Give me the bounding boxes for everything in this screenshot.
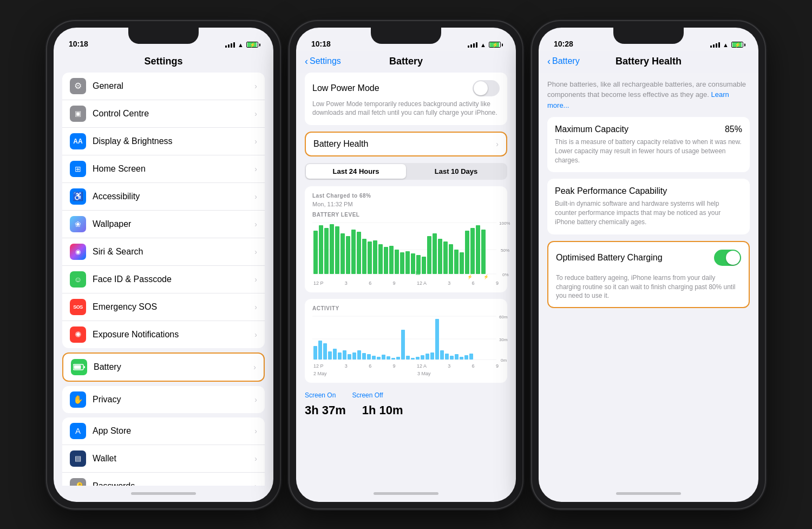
- low-power-toggle[interactable]: [473, 80, 500, 96]
- svg-rect-80: [469, 354, 473, 360]
- settings-item-control-centre[interactable]: ▣ Control Centre ›: [62, 100, 265, 128]
- settings-item-privacy[interactable]: ✋ Privacy ›: [62, 386, 265, 413]
- svg-rect-21: [395, 250, 399, 274]
- battery-chart-container: Last Charged to 68% Mon, 11:32 PM BATTER…: [305, 186, 507, 292]
- svg-rect-24: [411, 253, 415, 274]
- svg-text:⚡: ⚡: [467, 274, 473, 279]
- svg-rect-19: [384, 247, 388, 274]
- svg-rect-34: [454, 250, 459, 274]
- back-button-2[interactable]: ‹ Settings: [305, 56, 341, 67]
- wifi-icon-3: ▲: [723, 42, 729, 48]
- svg-rect-22: [400, 252, 404, 274]
- max-capacity-card: Maximum Capacity 85% This is a measure o…: [547, 117, 750, 172]
- svg-rect-7: [319, 225, 323, 274]
- status-icons-1: ▲ ⚡: [225, 42, 258, 48]
- segment-10d[interactable]: Last 10 Days: [406, 164, 506, 179]
- svg-rect-10: [335, 226, 339, 274]
- screen-on-value: 3h 37m: [305, 403, 346, 417]
- settings-group-app-store: A App Store › ▤ Wallet › 🔑 Passwords ›: [62, 417, 265, 486]
- signal-icon-3: [710, 42, 720, 48]
- status-icons-2: ▲ ⚡: [468, 42, 501, 48]
- nav-bar-3: ‹ Battery Battery Health: [539, 51, 758, 73]
- battery-health-row[interactable]: Battery Health ›: [306, 133, 506, 155]
- svg-rect-56: [352, 352, 356, 360]
- max-capacity-value: 85%: [725, 125, 742, 134]
- svg-rect-37: [470, 228, 475, 274]
- svg-rect-77: [455, 354, 459, 360]
- settings-item-accessibility[interactable]: ♿ Accessibility ›: [62, 183, 265, 211]
- battery-icon-2: ⚡: [489, 42, 501, 48]
- screen-on-label: Screen On: [305, 391, 336, 399]
- svg-rect-66: [401, 330, 405, 360]
- svg-rect-48: [313, 346, 317, 360]
- settings-item-emergency-sos[interactable]: SOS Emergency SOS ›: [62, 293, 265, 321]
- svg-rect-54: [343, 350, 346, 360]
- wifi-icon-1: ▲: [238, 42, 244, 48]
- home-indicator-3: [539, 486, 758, 502]
- emergency-sos-icon: SOS: [70, 299, 86, 315]
- display-icon: AA: [70, 133, 86, 149]
- low-power-label: Low Power Mode: [312, 83, 379, 93]
- optimised-charging-toggle[interactable]: [714, 250, 741, 266]
- optimised-charging-label: Optimised Battery Charging: [556, 253, 663, 263]
- settings-item-home-screen[interactable]: ⊞ Home Screen ›: [62, 155, 265, 183]
- low-power-card: Low Power Mode Low Power Mode temporaril…: [305, 73, 507, 126]
- screen-off-label: Screen Off: [352, 391, 383, 399]
- settings-item-wallpaper[interactable]: ❀ Wallpaper ›: [62, 211, 265, 238]
- battery-item-highlighted[interactable]: Battery ›: [62, 352, 265, 382]
- svg-rect-53: [338, 352, 342, 360]
- segment-24h[interactable]: Last 24 Hours: [306, 164, 406, 179]
- svg-rect-49: [318, 341, 322, 360]
- wifi-icon-2: ▲: [480, 42, 486, 48]
- max-capacity-row: Maximum Capacity 85%: [555, 125, 742, 134]
- settings-item-passwords[interactable]: 🔑 Passwords ›: [62, 473, 265, 486]
- settings-item-battery[interactable]: Battery ›: [63, 354, 264, 381]
- max-capacity-label: Maximum Capacity: [555, 125, 628, 134]
- home-screen-icon: ⊞: [70, 161, 86, 177]
- activity-chart: 60m 30m 0m: [312, 314, 513, 362]
- settings-item-display[interactable]: AA Display & Brightness ›: [62, 128, 265, 155]
- svg-rect-65: [396, 357, 400, 360]
- svg-text:60m: 60m: [499, 315, 508, 319]
- accessibility-label: Accessibility: [93, 192, 254, 201]
- settings-item-app-store[interactable]: A App Store ›: [62, 417, 265, 445]
- svg-text:100%: 100%: [499, 221, 510, 226]
- settings-item-face-id[interactable]: ☺ Face ID & Passcode ›: [62, 266, 265, 293]
- general-icon: ⚙: [70, 78, 86, 94]
- screen-indicators: Screen On Screen Off: [305, 389, 507, 401]
- privacy-icon: ✋: [70, 391, 86, 408]
- screen-time-section: Screen On Screen Off 3h 37m 1h 10m: [296, 389, 516, 424]
- svg-rect-39: [481, 230, 486, 274]
- wallet-icon: ▤: [70, 450, 86, 467]
- battery-health-label: Battery Health: [313, 139, 368, 149]
- svg-rect-72: [430, 352, 434, 360]
- max-capacity-description: This is a measure of battery capacity re…: [555, 138, 742, 165]
- svg-rect-61: [377, 357, 381, 360]
- settings-item-wallet[interactable]: ▤ Wallet ›: [62, 445, 265, 473]
- battery-health-row-highlighted[interactable]: Battery Health ›: [305, 132, 507, 156]
- back-button-3[interactable]: ‹ Battery: [547, 56, 580, 67]
- svg-rect-2: [74, 365, 81, 369]
- battery-health-title: Battery Health: [615, 56, 682, 67]
- battery-content: Low Power Mode Low Power Mode temporaril…: [296, 73, 516, 486]
- svg-rect-29: [427, 236, 431, 274]
- status-time-2: 10:18: [311, 40, 331, 48]
- settings-item-exposure[interactable]: ✺ Exposure Notifications ›: [62, 321, 265, 348]
- activity-title: ACTIVITY: [312, 305, 500, 311]
- settings-item-general[interactable]: ⚙ General ›: [62, 73, 265, 100]
- segment-control: Last 24 Hours Last 10 Days: [305, 163, 507, 180]
- svg-rect-51: [328, 351, 332, 360]
- phone-1: 10:18 ▲ ⚡ Settings ⚙: [47, 21, 280, 508]
- svg-rect-32: [443, 241, 448, 274]
- battery-icon-1: ⚡: [246, 42, 258, 48]
- peak-performance-label: Peak Performance Capability: [555, 186, 667, 196]
- svg-rect-50: [323, 343, 327, 360]
- svg-rect-8: [324, 228, 329, 274]
- settings-item-siri[interactable]: ◉ Siri & Search ›: [62, 238, 265, 266]
- svg-text:50%: 50%: [501, 248, 509, 253]
- svg-rect-14: [357, 232, 361, 274]
- phone-2: 10:18 ▲ ⚡ ‹ Settings Battery: [290, 21, 522, 508]
- control-centre-icon: ▣: [70, 106, 86, 122]
- svg-text:⚡: ⚡: [483, 274, 489, 279]
- svg-text:0m: 0m: [501, 358, 507, 362]
